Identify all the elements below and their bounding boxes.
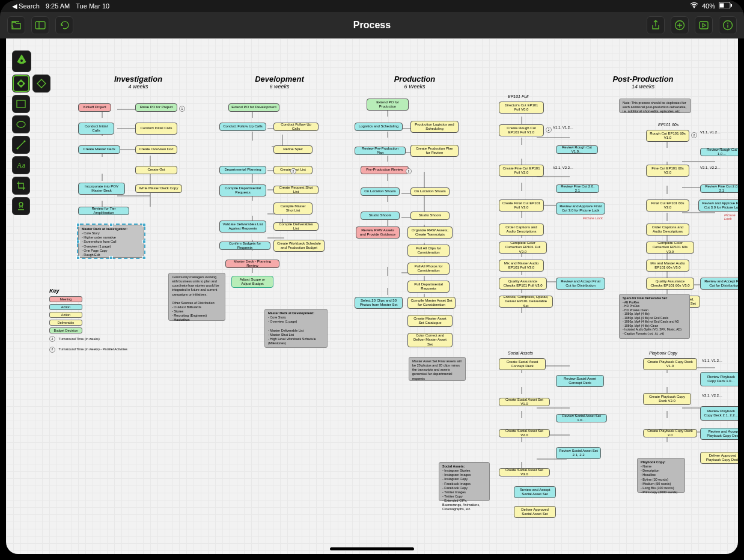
node-review-playbook-v2[interactable]: Review Playbook Copy Deck 2.1, 2.2… [700,406,738,421]
node-review-rough[interactable]: Review Rough Cut V1.0… [556,145,598,154]
node-kickoff[interactable]: Kickoff Project [78,103,111,112]
node-review-fine-60[interactable]: Review Fine Cut 2.0, 2.1 [700,184,738,193]
node-create-overview[interactable]: Create Overview Doc [135,145,177,154]
node-adjust-scope[interactable]: Adjust Scope or Adjust Budget [231,276,273,288]
node-create-fine[interactable]: Create Fine Cut EP101 Full V2.0 [499,165,544,177]
note-master-deck-investigation[interactable]: Master Deck at Investigation: - Core Sto… [78,225,144,258]
home-indicator[interactable] [330,547,414,550]
node-review-playbook-v1[interactable]: Review Playbook Copy Deck 1.0… [700,372,738,386]
node-deliver-social[interactable]: Deliver Approved Social Asset Set [514,506,556,518]
node-complete-color-60[interactable]: Complete Color Correction EP101 60s V3.0 [646,242,694,254]
node-social-set-21[interactable]: Review Social Asset Set 2.1, 2.2 [556,447,601,459]
node-review-approve-60[interactable]: Review and Approve Final Cut 3.0 for Pic… [698,199,738,212]
node-mix-master-60[interactable]: Mix and Master Audio EP101 60s V3.0 [646,260,689,272]
stamp-tool[interactable] [12,197,30,215]
node-pull-clips[interactable]: Pull All Clips for Consideration [407,245,450,257]
rect-tool[interactable] [12,95,30,113]
node-refine-spec[interactable]: Refine Spec [273,145,313,154]
node-initial-calls[interactable]: Conduct Initial Calls [78,123,114,135]
node-pull-dept[interactable]: Pull Departmental Requests [407,281,450,293]
back-to-search[interactable]: ◀ Search [12,2,40,10]
node-compile-reqs[interactable]: Compile Departmental Requests [219,184,266,196]
node-logistics[interactable]: Logistics and Scheduling [355,123,403,131]
node-complete-color[interactable]: Complete Color Correction EP101 Full V3.… [499,242,547,254]
node-create-workback[interactable]: Create Workback Schedule and Production … [273,240,325,252]
note-master-asset-set[interactable]: Master Asset Set Final assets will be 20… [409,357,466,381]
note-process-dup[interactable]: Note: This process should be duplicated … [619,99,691,113]
note-community[interactable]: Community managers working with business… [168,273,225,321]
node-review-approve-final[interactable]: Review and Approve Final Cut 3.0 for Pic… [556,202,605,215]
note-master-deck-dev[interactable]: Master Deck at Development: - Core Story… [264,309,328,348]
node-compile-master-asset[interactable]: Compile Master Asset Set for Considerati… [407,297,456,309]
node-prod-logistics[interactable]: Production Logistics and Scheduling [410,121,459,133]
node-onloc-shoots-2[interactable]: On Location Shoots [410,187,450,196]
documents-button[interactable] [7,16,25,34]
node-review-accept-social[interactable]: Review and Accept Social Asset Set [514,486,556,498]
node-social-v2[interactable]: Create Social Asset Set V2.0 [499,429,550,437]
node-studio-shoots[interactable]: Studio Shoots [361,212,400,220]
node-review-social-concept[interactable]: Review Social Asset Concept Deck [556,375,604,387]
node-incorporate-pov[interactable]: Incorporate into POV Master Deck [78,183,125,195]
node-organize-raw[interactable]: Organize RAW Assets; Create Transcripts [407,227,453,239]
node-order-captions[interactable]: Order Captions and Audio Descriptions [499,224,544,236]
node-review-tier[interactable]: Review for Tier Amplification [78,207,129,215]
node-review-accept-playbook[interactable]: Review and Accept Playbook Copy Deck [700,428,738,440]
text-tool[interactable]: Aa [12,156,30,174]
pen-tool[interactable] [12,50,31,72]
node-review-raw[interactable]: Review RAW Assets and Provide Guidance [356,227,400,239]
note-social-assets-list[interactable]: Social Assets: - Instagram Stories - Ins… [439,462,490,501]
node-review-fine[interactable]: Review Fine Cut 2.0, 2.1 [556,184,599,193]
share-button[interactable] [647,16,665,34]
node-dept-planning[interactable]: Departmental Planning [219,166,266,174]
shape-tool-active[interactable] [12,75,30,93]
node-compile-master-shot[interactable]: Compile Master Shot List [273,202,313,215]
node-encode[interactable]: Encode, Compress, Upload, Deliver EP101 … [499,296,553,308]
node-deliver-playbook[interactable]: Deliver Approved Playbook Copy Deck [700,452,738,464]
crop-tool[interactable] [12,177,30,195]
node-order-captions-60[interactable]: Order Captions and Audio Descriptions [646,224,689,236]
node-playbook-v1[interactable]: Create Playbook Copy Deck V1.0 [643,358,697,370]
present-button[interactable] [695,16,713,34]
node-directors-cut[interactable]: Director's Cut EP101 Full V0.0 [499,102,544,114]
node-playbook-v2[interactable]: Create Playbook Copy Deck V2.0 [643,393,691,405]
node-validate-deliv[interactable]: Validate Deliverables List Against Reque… [219,221,266,233]
node-preprod-review[interactable]: Pre-Production Review [361,166,409,174]
line-tool[interactable] [12,136,30,154]
node-extend-po-prod[interactable]: Extend PO for Production [367,99,409,111]
node-conduct-followup[interactable]: Conduct Follow Up Calls [219,123,266,131]
canvas-area[interactable]: Aa [6,38,738,554]
node-final-cut-60[interactable]: Final Cut EP101 60s V3.0 [646,199,689,212]
node-rough-cut-60[interactable]: Rough Cut EP101 60s V1.0 [646,130,689,142]
undo-button[interactable] [55,16,73,34]
node-qa[interactable]: Quality Assurance Checks EP101 Full V3.0 [499,278,547,290]
info-button[interactable] [719,16,737,34]
node-write-master-copy[interactable]: Write Master Deck Copy [135,184,182,193]
node-review-social-v1[interactable]: Review Social Asset Set 1.0… [556,414,607,422]
ellipse-tool[interactable] [12,115,30,133]
node-extend-po-dev[interactable]: Extend PO for Development [228,103,279,112]
node-conduct-followup-2[interactable]: Conduct Follow Up Calls [273,123,319,131]
node-create-final[interactable]: Create Final Cut EP101 Full V3.0 [499,199,544,212]
add-button[interactable] [671,16,689,34]
node-create-gst[interactable]: Create Gst [135,166,177,174]
node-create-req-shot[interactable]: Create Request Shot List [273,186,319,194]
node-qa-60[interactable]: Quality Assurance Checks EP101 60s V3.0 [646,278,694,290]
node-social-concept[interactable]: Create Social Asset Concept Deck [499,358,546,370]
node-create-prod-plan[interactable]: Create Production Plan for Review [410,145,459,157]
node-review-accept-final[interactable]: Review and Accept Final Cut for Distribu… [556,278,605,290]
node-raise-po[interactable]: Raise PO for Project [135,103,177,112]
diagram-content[interactable]: Investigation 4 weeks Development 6 week… [42,38,738,554]
node-review-preprod[interactable]: Review Pre-Production Plan [355,147,406,155]
note-specs-final[interactable]: Specs for Final Deliverable Set: - AE Pr… [619,294,690,339]
node-select-clips[interactable]: Select 20 Clips and 50 Photos from Maste… [355,297,403,309]
node-fine-cut-60[interactable]: Fine Cut EP101 60s V2.0 [646,165,689,177]
node-create-master-deck[interactable]: Create Master Deck [78,145,120,154]
sidebar-button[interactable] [31,16,49,34]
node-color-correct[interactable]: Color Correct and Deliver Master Asset S… [407,333,453,347]
node-compile-deliv-list[interactable]: Compile Deliverables List [273,222,319,231]
node-mix-master[interactable]: Mix and Master Audio EP101 Full V3.0 [499,260,544,272]
node-review-accept-60[interactable]: Review and Accept Final Cut for Distribu… [700,278,738,290]
node-social-v3[interactable]: Create Social Asset Set V3.0 [499,468,550,476]
node-review-rough-60[interactable]: Review Rough Cut 1.0… [700,148,738,156]
note-playbook-copy[interactable]: Playbook Copy: - Name - Description - He… [637,458,685,493]
